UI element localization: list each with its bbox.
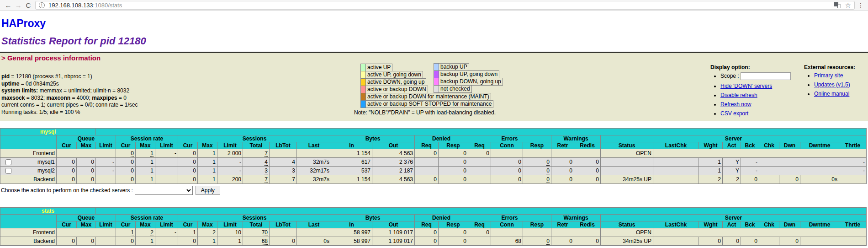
info-icon[interactable]: i	[39, 2, 45, 8]
external-resource-link[interactable]: Updates (v1.5)	[814, 81, 850, 88]
column-header: Resp	[523, 142, 551, 149]
value-cell: 32m7s	[297, 175, 331, 184]
value-cell	[468, 175, 491, 184]
column-header: Max	[136, 221, 155, 228]
column-header: Dwn	[779, 221, 800, 228]
page-title[interactable]: HAProxy	[1, 17, 868, 30]
display-option-link[interactable]: Hide 'DOWN' servers	[720, 83, 772, 89]
value-cell	[523, 149, 551, 158]
display-option-item: Disable refresh	[720, 92, 804, 98]
section-heading: > General process information	[0, 53, 868, 62]
server-checkbox[interactable]	[5, 168, 11, 174]
group-header: Bytes	[331, 135, 415, 142]
column-header: Limit	[155, 142, 178, 149]
value-cell: 0	[551, 167, 574, 175]
forward-icon[interactable]: →	[13, 0, 23, 11]
value-cell: 0	[178, 167, 198, 175]
value-cell: -	[155, 228, 178, 237]
column-header: Req	[415, 142, 439, 149]
apply-button[interactable]: Apply	[196, 186, 220, 195]
bookmark-star-icon[interactable]: ☆	[845, 2, 851, 9]
value-cell: 0	[116, 158, 136, 167]
value-cell	[551, 228, 574, 237]
value-cell: -	[96, 158, 116, 167]
scope-input[interactable]	[741, 72, 791, 80]
column-header: Limit	[217, 142, 243, 149]
value-cell: 0	[57, 158, 77, 167]
process-info-line: system limits: memmax = unlimited; ulimi…	[1, 87, 290, 95]
group-header: Warnings	[551, 135, 601, 142]
value-cell	[800, 237, 839, 246]
group-header: Denied	[415, 215, 468, 221]
display-option-link[interactable]: CSV export	[720, 110, 748, 117]
value-cell: 0	[439, 149, 468, 158]
status-cell: 34m25s UP	[601, 175, 653, 184]
legend-note: Note: "NOLB"/"DRAIN" = UP with load-bala…	[354, 109, 496, 116]
row-name: mysql1	[13, 158, 57, 167]
column-header: Act	[723, 221, 741, 228]
value-cell: 0	[699, 237, 723, 246]
value-cell: 2	[723, 175, 741, 184]
proxy-table-stats: statsQueueSession rateSessionsBytesDenie…	[0, 207, 868, 246]
column-header: Resp	[439, 142, 468, 149]
column-header: Bck	[741, 142, 759, 149]
external-resource-link[interactable]: Primary site	[814, 72, 843, 79]
value-cell	[270, 149, 297, 158]
value-cell	[155, 167, 178, 175]
column-header: Limit	[96, 221, 116, 228]
group-header: Server	[601, 135, 867, 142]
group-header: Server	[601, 215, 867, 221]
column-header: Resp	[439, 221, 468, 228]
browser-menu-icon[interactable]: ⋮	[857, 2, 865, 9]
value-cell: 3	[243, 167, 270, 175]
value-cell: 0	[439, 167, 468, 175]
value-cell: 0	[551, 158, 574, 167]
value-cell: 0	[491, 175, 523, 184]
column-header: Max	[198, 221, 217, 228]
translate-icon[interactable]	[834, 2, 841, 8]
column-header: Status	[601, 142, 653, 149]
value-cell: 1 109 017	[372, 228, 415, 237]
value-cell: 1	[136, 158, 155, 167]
external-resource-link[interactable]: Online manual	[814, 91, 849, 97]
value-cell	[653, 237, 699, 246]
display-options-title: Display option:	[710, 64, 804, 70]
legend-right-column: backup UPbackup UP, going downbackup DOW…	[434, 64, 503, 93]
value-cell	[491, 149, 523, 158]
value-cell: 1	[198, 149, 217, 158]
value-cell: 4 563	[372, 175, 415, 184]
value-cell: 0	[116, 167, 136, 175]
value-cell: 0	[523, 237, 551, 246]
omnibox[interactable]: i 192.168.108.133:1080/stats ☆	[35, 1, 855, 10]
value-cell: 1	[699, 158, 723, 167]
display-option-item: CSV export	[720, 110, 804, 117]
action-label: Choose the action to perform on the chec…	[1, 187, 133, 194]
row-name: Backend	[0, 237, 57, 246]
value-cell	[759, 237, 779, 246]
group-header: Denied	[415, 135, 468, 142]
process-info: pid = 12180 (process #1, nbproc = 1)upti…	[1, 73, 290, 116]
value-cell: 68	[491, 237, 523, 246]
status-legend: active UPactive UP, going downactive DOW…	[354, 64, 496, 116]
value-cell: 2	[699, 175, 723, 184]
group-header: Errors	[468, 215, 551, 221]
value-cell: 1	[217, 237, 243, 246]
display-option-link[interactable]: Disable refresh	[720, 92, 757, 98]
table-row-frontend: Frontend12-12107058 9971 109 017000OPEN	[0, 228, 867, 237]
column-header: Req	[468, 142, 491, 149]
value-cell	[551, 149, 574, 158]
column-header: Limit	[217, 221, 243, 228]
value-cell: 10	[217, 228, 243, 237]
value-cell: 0	[741, 175, 759, 184]
back-icon[interactable]: ←	[3, 0, 13, 11]
column-header: Cur	[57, 142, 77, 149]
server-checkbox[interactable]	[5, 159, 11, 165]
value-cell: 1	[136, 167, 155, 175]
action-select[interactable]	[135, 186, 193, 195]
column-header: Redis	[574, 142, 601, 149]
legend-label: active DOWN, going up	[365, 78, 426, 86]
display-option-link[interactable]: Refresh now	[720, 101, 751, 108]
reload-icon[interactable]: C	[23, 0, 33, 11]
value-cell: 0	[57, 175, 77, 184]
column-header: Total	[243, 142, 270, 149]
